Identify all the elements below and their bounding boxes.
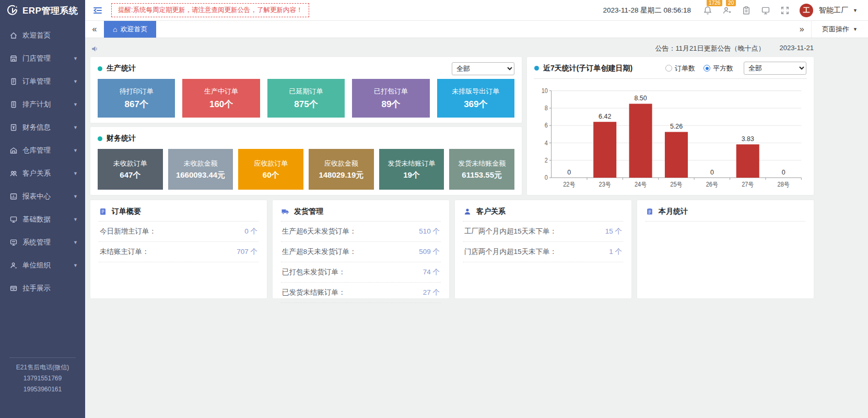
tabs-scroll-left-button[interactable]: « <box>85 21 104 38</box>
stat-card-unpaid-orders[interactable]: 未收款订单 647个 <box>98 149 163 190</box>
sidebar-item-store[interactable]: 门店管理 ▼ <box>0 47 85 70</box>
radio-square-meters[interactable]: 平方数 <box>703 64 733 73</box>
row-value: 509 个 <box>419 247 440 257</box>
panel-title: 近7天统计(子订单创建日期) <box>543 64 632 73</box>
row-label: 今日新增主订单： <box>100 227 156 236</box>
card-value: 19个 <box>403 170 420 180</box>
stat-card-receivable-amount[interactable]: 应收款金额 148029.19元 <box>309 149 374 190</box>
sidebar-item-home[interactable]: 欢迎首页 <box>0 24 85 47</box>
svg-text:0: 0 <box>782 168 785 176</box>
clipboard-icon <box>646 207 654 216</box>
stat-card-shipped-unsettled-orders[interactable]: 发货未结账订单 19个 <box>379 149 444 190</box>
finance-cards: 未收款订单 647个 未收款金额 1660093.44元 应收款订单 60个 <box>98 149 514 190</box>
radio-circle-icon <box>703 65 710 72</box>
panel-title: 本月统计 <box>659 207 688 216</box>
sidebar-item-base-data[interactable]: 基础数据 ▼ <box>0 208 85 231</box>
svg-text:10: 10 <box>542 87 548 94</box>
fullscreen-button[interactable] <box>780 0 790 21</box>
sidebar-item-customers[interactable]: 客户关系 ▼ <box>0 162 85 185</box>
stat-card-to-print[interactable]: 待打印订单 867个 <box>98 79 175 118</box>
summary-row-item[interactable]: 未结账主订单： 707 个 <box>99 242 259 262</box>
sidebar-item-production-plan[interactable]: 排产计划 ▼ <box>0 93 85 116</box>
svg-text:6: 6 <box>545 122 548 129</box>
bell-icon <box>703 6 712 15</box>
divider <box>9 357 76 358</box>
announcement-content: 公告：11月21日更新公告（晚十点） 2023-11-21 <box>655 44 814 53</box>
tab-welcome-home[interactable]: ⌂ 欢迎首页 <box>104 21 156 38</box>
summary-row-item[interactable]: 已发货未结账订单： 27 个 <box>281 283 441 303</box>
card-label: 已延期订单 <box>289 87 323 96</box>
card-label: 发货未结账订单 <box>388 159 436 168</box>
production-filter-select[interactable]: 全部 <box>452 62 514 75</box>
stat-card-delayed[interactable]: 已延期订单 875个 <box>267 79 345 118</box>
stat-card-shipped-unsettled-amount[interactable]: 发货未结账金额 61153.55元 <box>449 149 514 190</box>
system-icon <box>9 238 18 247</box>
panel-header: 本月统计 <box>646 205 805 222</box>
monitor-icon <box>761 6 770 15</box>
speaker-icon[interactable] <box>90 44 99 53</box>
page-actions-dropdown[interactable]: 页面操作 ▼ <box>811 21 868 38</box>
announcement-text[interactable]: 公告：11月21日更新公告（晚十点） <box>655 44 765 53</box>
card-value: 89个 <box>381 98 400 110</box>
sidebar-item-finance[interactable]: 财务信息 ▼ <box>0 116 85 139</box>
sidebar-item-reports[interactable]: 报表中心 ▼ <box>0 185 85 208</box>
sidebar-item-label: 欢迎首页 <box>22 31 51 40</box>
stat-card-in-production[interactable]: 生产中订单 160个 <box>182 79 260 118</box>
row-label: 未结账主订单： <box>100 247 149 257</box>
tabs-scroll-right-button[interactable]: » <box>792 21 811 38</box>
announcement-date: 2023-11-21 <box>779 44 814 53</box>
collapse-menu-icon[interactable] <box>92 5 103 16</box>
tasks-button[interactable] <box>742 0 751 21</box>
card-label: 未排版导出订单 <box>452 87 499 96</box>
card-value: 60个 <box>263 170 279 180</box>
messages-button[interactable]: 20 <box>722 0 732 21</box>
display-button[interactable] <box>761 0 770 21</box>
summary-row-item[interactable]: 今日新增主订单： 0 个 <box>99 222 259 242</box>
datetime: 2023-11-28 星期二 08:56:18 <box>603 6 691 15</box>
stat-card-unpaid-amount[interactable]: 未收款金额 1660093.44元 <box>168 149 233 190</box>
summary-row-item[interactable]: 生产超6天未发货订单： 510 个 <box>281 222 441 242</box>
tab-label: 欢迎首页 <box>120 25 147 34</box>
radio-order-count[interactable]: 订单数 <box>665 64 695 73</box>
store-icon <box>9 54 18 63</box>
sidebar-item-handle-display[interactable]: 拉手展示 <box>0 277 85 300</box>
notifications-button[interactable]: 1726 <box>703 0 712 21</box>
row-value: 15 个 <box>605 227 622 236</box>
top-bar-main: 提醒:系统每周定期更新，请注意查阅更新公告，了解更新内容！ 2023-11-28… <box>85 0 868 21</box>
sidebar-item-label: 排产计划 <box>22 100 51 109</box>
summary-row-item[interactable]: 门店两个月内超15天未下单： 1 个 <box>463 242 623 262</box>
card-value: 160个 <box>209 98 233 110</box>
finance-stats-panel: 财务统计 未收款订单 647个 未收款金额 1660093.44元 <box>90 127 522 195</box>
svg-text:2: 2 <box>545 157 548 164</box>
notification-badge: 1726 <box>707 0 722 6</box>
summary-row-item[interactable]: 工厂两个月内超15天未下单： 15 个 <box>463 222 623 242</box>
chevron-down-icon[interactable]: ▼ <box>853 8 858 13</box>
production-stats-panel: 生产统计 全部 待打印订单 867个 生产中订单 <box>90 57 522 123</box>
sidebar-item-organization[interactable]: 单位组织 ▼ <box>0 254 85 277</box>
chart-filter-select[interactable]: 全部 <box>744 62 806 75</box>
sidebar-item-system[interactable]: 系统管理 ▼ <box>0 231 85 254</box>
sidebar-footer: E21售后电话(微信) 13791551769 19953960161 <box>0 352 85 418</box>
sidebar-item-warehouse[interactable]: 仓库管理 ▼ <box>0 139 85 162</box>
support-phone-title: E21售后电话(微信) <box>0 362 85 373</box>
card-value: 875个 <box>294 98 318 110</box>
bar-chart: 024681022号023号6.4224号8.5025号5.2626号027号3… <box>534 79 806 191</box>
production-cards: 待打印订单 867个 生产中订单 160个 已延期订单 875个 <box>98 79 514 118</box>
content: 公告：11月21日更新公告（晚十点） 2023-11-21 生产统计 全部 <box>85 38 868 418</box>
order-icon <box>9 77 18 86</box>
summary-row-item[interactable]: 生产超8天未发货订单： 509 个 <box>281 242 441 262</box>
stat-card-receivable-orders[interactable]: 应收款订单 60个 <box>238 149 303 190</box>
chevron-down-icon: ▼ <box>73 171 78 176</box>
user-name[interactable]: 智能工厂 <box>819 6 848 15</box>
avatar[interactable]: 工 <box>800 4 813 17</box>
chevron-down-icon: ▼ <box>73 125 78 130</box>
sidebar-item-orders[interactable]: 订单管理 ▼ <box>0 70 85 93</box>
summary-row-item[interactable]: 已打包未发货订单： 74 个 <box>281 262 441 283</box>
chevron-down-icon: ▼ <box>73 217 78 222</box>
stats-left-column: 生产统计 全部 待打印订单 867个 生产中订单 <box>90 57 522 195</box>
stat-card-unscheduled-export[interactable]: 未排版导出订单 369个 <box>437 79 514 118</box>
stat-card-packed[interactable]: 已打包订单 89个 <box>352 79 429 118</box>
blue-dot-icon <box>534 66 539 71</box>
card-label: 未收款订单 <box>113 159 147 168</box>
card-value: 148029.19元 <box>319 170 363 180</box>
